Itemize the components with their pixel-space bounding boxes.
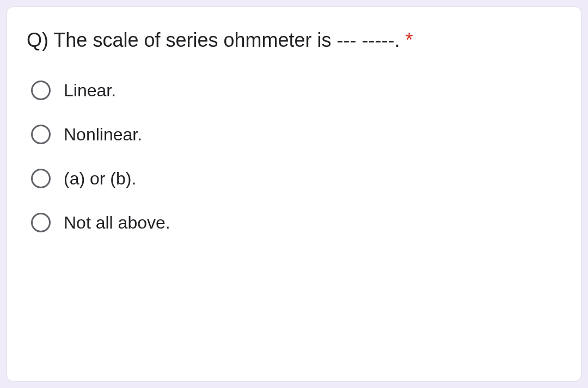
option-row-linear[interactable]: Linear. — [31, 81, 561, 101]
option-label: Nonlinear. — [64, 125, 142, 145]
radio-icon[interactable] — [31, 213, 51, 232]
question-text: Q) The scale of series ohmmeter is --- -… — [27, 24, 561, 56]
radio-icon[interactable] — [31, 125, 51, 144]
options-container: Linear. Nonlinear. (a) or (b). Not all a… — [27, 81, 561, 233]
option-label: Not all above. — [64, 213, 170, 233]
option-row-not-all-above[interactable]: Not all above. — [31, 213, 561, 233]
question-prefix: Q) — [27, 29, 53, 51]
option-row-nonlinear[interactable]: Nonlinear. — [31, 125, 561, 145]
question-body: The scale of series ohmmeter is --- ----… — [53, 29, 400, 51]
required-asterisk: * — [400, 29, 413, 51]
option-row-a-or-b[interactable]: (a) or (b). — [31, 169, 561, 189]
radio-icon[interactable] — [31, 169, 51, 188]
question-card: Q) The scale of series ohmmeter is --- -… — [7, 7, 581, 381]
option-label: (a) or (b). — [64, 169, 136, 189]
option-label: Linear. — [64, 81, 116, 101]
radio-icon[interactable] — [31, 81, 51, 100]
